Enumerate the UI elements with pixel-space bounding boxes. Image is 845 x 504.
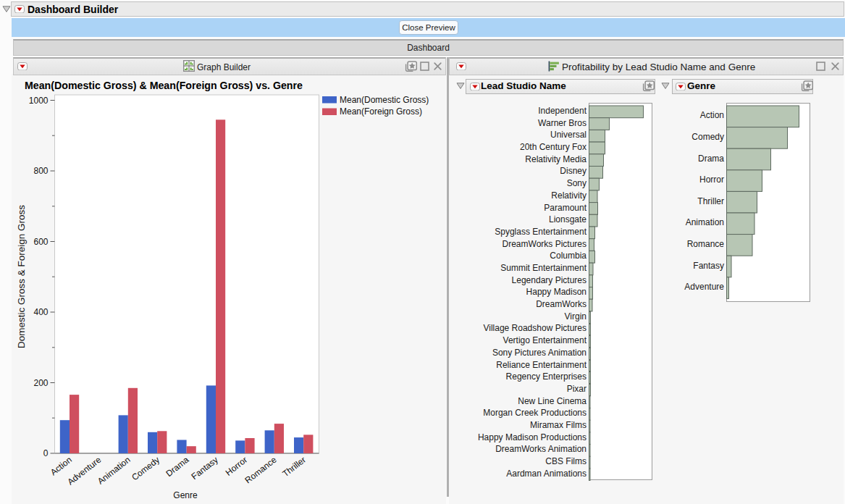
svg-text:Mean(Domestic Gross): Mean(Domestic Gross): [340, 95, 429, 105]
svg-text:1000: 1000: [29, 96, 49, 106]
svg-text:Mean(Domestic Gross) & Mean(Fo: Mean(Domestic Gross) & Mean(Foreign Gros…: [25, 80, 303, 91]
svg-text:Genre: Genre: [173, 490, 198, 500]
